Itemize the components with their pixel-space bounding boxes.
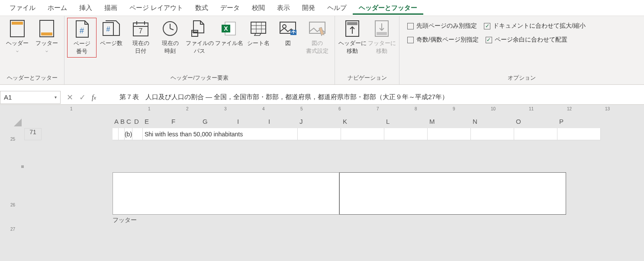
footer-center-box[interactable]	[339, 172, 566, 215]
align-margin-checkbox[interactable]: ✓ ページ余白に合わせて配置	[486, 36, 567, 44]
ribbon-group-header-footer: ヘッダー ⌵ フッター ⌵ ヘッダーとフッター	[0, 16, 64, 84]
cell[interactable]	[557, 128, 601, 140]
cell[interactable]: (b)	[125, 128, 132, 140]
column-header-I[interactable]: I	[267, 114, 298, 128]
tab-insert[interactable]: 挿入	[73, 1, 98, 15]
column-header-E[interactable]: E	[143, 114, 170, 128]
hruler-mark: 11	[529, 106, 534, 111]
cell[interactable]	[471, 128, 514, 140]
select-all-corner[interactable]	[0, 105, 24, 128]
cell[interactable]	[113, 128, 119, 140]
column-header-B[interactable]: B	[119, 114, 125, 128]
vruler-break-icon	[21, 165, 24, 168]
tab-data[interactable]: データ	[214, 1, 246, 15]
hruler-mark: 10	[491, 106, 496, 111]
formula-content[interactable]: 第７表 人口及び人口の割合 ― 全国，全国市部・郡部，都道府県，都道府県市部・郡…	[102, 93, 448, 101]
cell[interactable]: Shi with less than 50,000 inhabitants	[143, 128, 298, 140]
column-header-O[interactable]: O	[514, 114, 557, 128]
hruler-mark: 3	[224, 106, 227, 111]
cell[interactable]	[132, 128, 143, 140]
column-header-K[interactable]: K	[341, 114, 384, 128]
tab-page-layout[interactable]: ページ レイアウト	[123, 1, 189, 15]
column-header-J[interactable]: J	[298, 114, 341, 128]
diff-odd-even-checkbox[interactable]: 奇数/偶数ページ別指定	[407, 36, 479, 44]
name-box[interactable]: A1 ▾	[0, 91, 61, 104]
fx-icon[interactable]: fx	[92, 93, 96, 101]
column-header-F[interactable]: F	[170, 114, 201, 128]
svg-text:X: X	[224, 25, 228, 32]
column-header-I[interactable]: I	[235, 114, 267, 128]
cell[interactable]	[384, 128, 428, 140]
tab-formulas[interactable]: 数式	[189, 1, 214, 15]
svg-text:#: #	[106, 26, 110, 33]
tab-view[interactable]: 表示	[271, 1, 296, 15]
tab-developer[interactable]: 開発	[296, 1, 321, 15]
footer-left-box[interactable]	[113, 172, 339, 215]
group-label-nav: ナビゲーション	[338, 73, 396, 84]
column-header-C[interactable]: C	[125, 114, 132, 128]
tab-header-footer[interactable]: ヘッダーとフッター	[353, 1, 423, 15]
tab-file[interactable]: ファイル	[3, 1, 42, 15]
column-header-M[interactable]: M	[428, 114, 471, 128]
header-button-label: ヘッダー	[6, 39, 29, 47]
diff-first-checkbox[interactable]: 先頭ページのみ別指定	[407, 22, 477, 30]
hruler-mark: 8	[415, 106, 417, 111]
footer-button[interactable]: フッター ⌵	[32, 18, 61, 55]
picture-format-icon	[308, 19, 326, 38]
formula-cancel-icon[interactable]: ✕	[67, 93, 73, 102]
horizontal-ruler: 112345678910111213	[42, 105, 644, 114]
cell[interactable]	[298, 128, 341, 140]
current-time-button[interactable]: 現在の 時刻	[155, 18, 185, 57]
column-header-G[interactable]: G	[201, 114, 235, 128]
excel-file-icon: X	[220, 19, 238, 38]
file-path-icon	[190, 19, 209, 38]
file-path-button[interactable]: ファイルの パス	[185, 18, 214, 57]
tab-review[interactable]: 校閲	[246, 1, 271, 15]
column-header-A[interactable]: A	[113, 114, 119, 128]
svg-text:7: 7	[139, 27, 143, 35]
cell[interactable]	[514, 128, 557, 140]
column-header-L[interactable]: L	[384, 114, 428, 128]
hruler-mark: 2	[186, 106, 189, 111]
chevron-down-icon: ⌵	[45, 48, 48, 53]
page-count-button[interactable]: # ページ数	[97, 18, 126, 49]
vruler-mark: 27	[10, 227, 15, 232]
cell[interactable]	[428, 128, 471, 140]
ribbon: ヘッダー ⌵ フッター ⌵ ヘッダーとフッター # ページ 番号	[0, 16, 644, 85]
header-icon	[8, 19, 26, 38]
column-header-D[interactable]: D	[132, 114, 143, 128]
picture-format-label: 図の 書式設定	[306, 39, 328, 55]
name-box-value: A1	[4, 93, 12, 101]
formula-enter-icon[interactable]: ✓	[79, 93, 86, 102]
checkbox-icon	[407, 37, 414, 43]
svg-rect-1	[12, 22, 23, 25]
header-button[interactable]: ヘッダー ⌵	[3, 18, 32, 55]
cell[interactable]	[341, 128, 384, 140]
goto-header-button[interactable]: ヘッダーに 移動	[338, 18, 367, 57]
tab-help[interactable]: ヘルプ	[321, 1, 353, 15]
file-name-label: ファイル名	[215, 39, 243, 47]
scale-doc-checkbox[interactable]: ✓ ドキュメントに合わせて拡大/縮小	[484, 22, 586, 30]
column-header-P[interactable]: P	[557, 114, 601, 128]
picture-button[interactable]: 図	[273, 18, 303, 49]
tab-home[interactable]: ホーム	[42, 1, 73, 15]
calendar-icon: 7	[132, 19, 150, 38]
page-count-icon: #	[102, 19, 120, 38]
row-header-71[interactable]: 71	[24, 128, 42, 140]
chevron-down-icon: ▾	[55, 95, 57, 100]
formula-bar: A1 ▾ ✕ ✓ fx 第７表 人口及び人口の割合 ― 全国，全国市部・郡部，都…	[0, 90, 644, 105]
file-name-button[interactable]: X ファイル名	[214, 18, 244, 49]
page-number-button[interactable]: # ページ 番号	[67, 18, 97, 58]
checkbox-icon	[407, 23, 414, 29]
cell[interactable]	[119, 128, 125, 140]
current-date-button[interactable]: 7 現在の 日付	[126, 18, 155, 57]
sheet-name-button[interactable]: シート名	[244, 18, 273, 49]
goto-footer-icon	[373, 19, 391, 38]
group-label-options: オプション	[402, 73, 641, 84]
page-number-label: ページ 番号	[74, 40, 90, 55]
svg-rect-27	[347, 22, 357, 25]
hruler-mark: 4	[262, 106, 265, 111]
svg-rect-29	[377, 32, 387, 35]
column-header-N[interactable]: N	[471, 114, 514, 128]
tab-draw[interactable]: 描画	[98, 1, 123, 15]
